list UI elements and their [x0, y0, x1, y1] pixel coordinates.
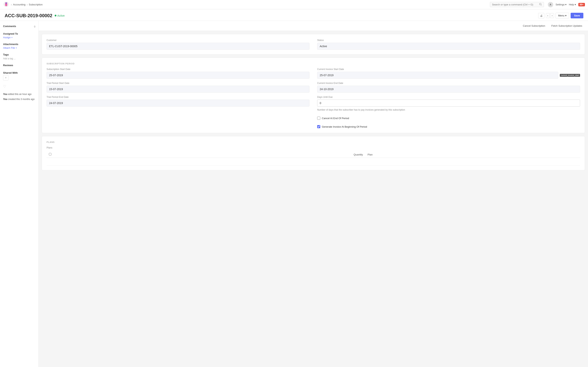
reviews-section: Reviews [3, 64, 35, 67]
days-due-helper: Number of days that the subscriber has t… [317, 108, 580, 111]
start-date-group: Subscription Start Date 25-07-2019 [47, 68, 309, 79]
add-tag-link[interactable]: Add a tag ... [3, 57, 16, 60]
trial-start-label: Trial Period Start Date [47, 82, 309, 84]
tags-label: Tags [3, 53, 35, 56]
notification-badge[interactable]: 99+ [578, 3, 585, 6]
assign-plus-icon: + [11, 36, 13, 39]
days-due-input[interactable] [317, 100, 580, 107]
customer-value: ETL-CUST-2019-00005 [47, 43, 309, 50]
trial-end-label: Trial Period End Date [47, 96, 309, 98]
attachments-section: Attachments Attach File + [3, 43, 35, 49]
plans-col-plan: Plan [365, 151, 580, 158]
plans-col-quantity: Quantity [54, 151, 365, 158]
left-sidebar: Comments 0 Assigned To Assign + Attachme… [0, 21, 39, 367]
help-chevron-icon: ▾ [575, 3, 576, 6]
comments-label: Comments [3, 25, 16, 28]
search-icon [539, 3, 542, 6]
subscription-period-heading: SUBSCRIPTION PERIOD [47, 62, 580, 65]
next-button[interactable]: › [550, 13, 554, 18]
settings-chevron-icon: ▾ [565, 3, 567, 6]
period-left-col: Subscription Start Date 25-07-2019 Trial… [47, 68, 309, 128]
print-button[interactable]: 🖨 [538, 13, 544, 18]
prev-button[interactable]: ‹ [546, 13, 550, 18]
trial-end-group: Trial Period End Date 24-07-2019 [47, 96, 309, 107]
help-button[interactable]: Help ▾ [569, 3, 576, 6]
plans-heading: PLANS [47, 141, 580, 143]
invoice-start-group: Current Invoice Start Date 25-07-2019 cu… [317, 68, 580, 79]
page-header: ACC-SUB-2019-00002 Active 🖨 ‹ › Menu ▾ S… [0, 9, 588, 21]
invoice-end-value: 24-10-2019 [317, 86, 580, 93]
comments-count: 0 [34, 25, 35, 28]
header-actions: 🖨 ‹ › Menu ▾ Save [538, 13, 583, 18]
subscription-period-card: SUBSCRIPTION PERIOD Subscription Start D… [42, 58, 585, 133]
nav-right: A Settings ▾ Help ▾ 99+ [548, 2, 585, 7]
assigned-to-section: Assigned To Assign + [3, 32, 35, 39]
reviews-label: Reviews [3, 64, 35, 67]
breadcrumb-accounting[interactable]: Accounting [13, 3, 25, 6]
app-logo [3, 1, 9, 8]
trial-end-value: 24-07-2019 [47, 100, 309, 107]
heart-icon[interactable]: ♡ [3, 84, 6, 88]
customer-label: Customer [47, 39, 309, 42]
status-group: Status Active [317, 39, 580, 50]
breadcrumb: › Accounting › Subscription [11, 3, 43, 6]
cancel-end-period-checkbox[interactable] [317, 117, 320, 120]
customer-form-grid: Customer ETL-CUST-2019-00005 Status Acti… [47, 39, 580, 50]
assign-link[interactable]: Assign + [3, 36, 35, 39]
trial-start-value: 15-07-2019 [47, 86, 309, 93]
trial-start-group: Trial Period Start Date 15-07-2019 [47, 82, 309, 93]
attach-file-link[interactable]: Attach File + [3, 46, 35, 49]
menu-button[interactable]: Menu ▾ [556, 13, 569, 18]
days-due-label: Days Until Due [317, 96, 580, 98]
attachments-label: Attachments [3, 43, 35, 46]
save-button[interactable]: Save [571, 13, 583, 18]
days-due-group: Days Until Due Number of days that the s… [317, 96, 580, 111]
generate-invoice-checkbox[interactable] [317, 125, 320, 128]
customer-card: Customer ETL-CUST-2019-00005 Status Acti… [42, 34, 585, 55]
invoice-start-value: 25-07-2019 [317, 72, 558, 79]
plans-select-all-checkbox[interactable] [49, 153, 51, 155]
subscription-period-grid: Subscription Start Date 25-07-2019 Trial… [47, 68, 580, 128]
status-field-value: Active [317, 43, 580, 50]
comments-section: Comments 0 [3, 25, 35, 28]
search-bar[interactable] [490, 2, 544, 7]
status-dot [55, 15, 56, 17]
svg-point-2 [539, 3, 541, 5]
cancel-end-period-row: Cancel At End Of Period [317, 117, 580, 120]
invoice-start-label: Current Invoice Start Date [317, 68, 580, 71]
shared-with-section: Shared With + [3, 71, 35, 80]
shared-add-button[interactable]: + [3, 75, 8, 80]
main-layout: Comments 0 Assigned To Assign + Attachme… [0, 21, 588, 367]
action-bar: Cancel Subscription Fetch Subscription U… [39, 21, 588, 31]
print-icon: 🖨 [540, 14, 543, 17]
generate-invoice-row: Generate Invoice At Beginning Of Period [317, 125, 580, 128]
activity-item-2: You created this 3 months ago [3, 98, 35, 101]
invoice-end-label: Current Invoice End Date [317, 82, 580, 84]
menu-chevron-icon: ▾ [565, 14, 567, 17]
assigned-to-label: Assigned To [3, 32, 35, 35]
breadcrumb-subscription[interactable]: Subscription [29, 3, 43, 6]
svg-point-1 [6, 2, 7, 4]
search-input[interactable] [492, 3, 538, 6]
settings-button[interactable]: Settings ▾ [556, 3, 567, 6]
invoice-start-tooltip: current_invoice_start [560, 74, 580, 77]
tags-section: Tags Add a tag ... [3, 53, 35, 60]
cancel-end-period-label: Cancel At End Of Period [322, 117, 349, 120]
cancel-subscription-button[interactable]: Cancel Subscription [521, 23, 547, 28]
svg-line-3 [541, 5, 542, 6]
generate-invoice-label: Generate Invoice At Beginning Of Period [322, 125, 367, 128]
customer-group: Customer ETL-CUST-2019-00005 [47, 39, 309, 50]
fetch-subscription-updates-button[interactable]: Fetch Subscription Updates [549, 23, 584, 28]
invoice-end-group: Current Invoice End Date 24-10-2019 [317, 82, 580, 93]
invoice-start-row: 25-07-2019 current_invoice_start [317, 72, 580, 79]
attach-plus-icon: + [16, 46, 17, 49]
status-label: Active [57, 14, 65, 17]
plans-table: Quantity Plan [47, 151, 580, 166]
plans-label: Plans [47, 146, 580, 149]
period-right-col: Current Invoice Start Date 25-07-2019 cu… [317, 68, 580, 128]
start-date-label: Subscription Start Date [47, 68, 309, 71]
heart-section: ♡ [3, 84, 35, 89]
breadcrumb-sep-1: › [11, 3, 12, 6]
plans-section: PLANS Plans Quantity Plan [42, 136, 585, 170]
activity-section: You edited this an hour ago You created … [3, 92, 35, 101]
